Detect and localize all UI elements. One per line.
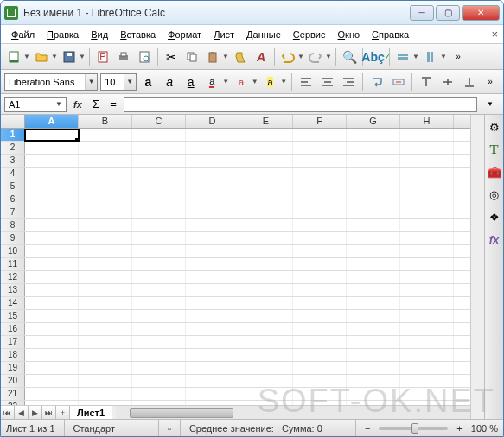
cell[interactable]: [400, 245, 454, 257]
tab-next-icon[interactable]: ▶: [29, 406, 42, 419]
redo-icon[interactable]: [306, 48, 325, 66]
cell[interactable]: [293, 362, 347, 374]
tab-prev-icon[interactable]: ◀: [15, 406, 29, 419]
cell[interactable]: [293, 180, 347, 193]
menu-справка[interactable]: Справка: [367, 28, 414, 41]
cell[interactable]: [347, 310, 400, 322]
font-name-combo[interactable]: Liberation Sans▼: [4, 73, 98, 91]
cell[interactable]: [186, 349, 239, 361]
zoom-slider[interactable]: [379, 427, 448, 430]
cell[interactable]: [239, 297, 293, 309]
sum-icon[interactable]: Σ: [89, 98, 103, 111]
row-header[interactable]: 4: [1, 168, 25, 180]
cell[interactable]: [132, 258, 186, 270]
cell[interactable]: [132, 336, 186, 348]
zoom-in-icon[interactable]: +: [456, 423, 462, 434]
menu-правка[interactable]: Правка: [41, 28, 84, 41]
cell[interactable]: [186, 258, 239, 270]
cell[interactable]: [132, 375, 186, 387]
font-color-icon[interactable]: a: [232, 73, 251, 92]
cell[interactable]: [347, 142, 400, 154]
cell[interactable]: [186, 362, 239, 374]
cell[interactable]: [79, 284, 132, 296]
cell[interactable]: [186, 375, 239, 387]
row-header[interactable]: 13: [1, 284, 25, 296]
underline-color-icon[interactable]: a: [203, 73, 222, 92]
effects-icon[interactable]: ❖: [488, 210, 501, 224]
cell[interactable]: [186, 310, 239, 322]
cell[interactable]: [186, 323, 239, 335]
cell[interactable]: [400, 310, 454, 322]
status-selection-mode[interactable]: ▫: [168, 420, 181, 436]
cell[interactable]: [293, 349, 347, 361]
tab-last-icon[interactable]: ⏭: [42, 406, 56, 419]
cell[interactable]: [400, 142, 454, 154]
cell[interactable]: [25, 155, 79, 167]
cell[interactable]: [400, 375, 454, 387]
row-header[interactable]: 11: [1, 258, 25, 270]
col-icon[interactable]: [421, 48, 440, 66]
cell[interactable]: [347, 258, 400, 270]
tab-add-icon[interactable]: +: [56, 406, 70, 419]
cell[interactable]: [239, 219, 293, 231]
cell[interactable]: [79, 271, 132, 283]
cell[interactable]: [25, 168, 79, 180]
cell[interactable]: [79, 297, 132, 309]
row-header[interactable]: 2: [1, 142, 25, 154]
menu-файл[interactable]: Файл: [6, 28, 40, 41]
hscrollbar[interactable]: [116, 406, 470, 419]
cell[interactable]: [79, 323, 132, 335]
cell[interactable]: [400, 297, 454, 309]
cell[interactable]: [79, 155, 132, 167]
cell[interactable]: [25, 284, 79, 296]
cell[interactable]: [186, 284, 239, 296]
cell[interactable]: [400, 180, 454, 193]
cell[interactable]: [347, 401, 400, 405]
cell[interactable]: [293, 155, 347, 167]
cell[interactable]: [400, 271, 454, 283]
cell[interactable]: [79, 168, 132, 180]
functions-icon[interactable]: fx: [488, 232, 501, 246]
cell[interactable]: [347, 155, 400, 167]
italic-icon[interactable]: a: [160, 73, 179, 92]
cell[interactable]: [239, 232, 293, 244]
name-box[interactable]: A1▼: [4, 97, 67, 112]
cell[interactable]: [347, 323, 400, 335]
row-header[interactable]: 6: [1, 193, 25, 206]
cell-grid[interactable]: 123456789101112131415161718192021222324: [1, 129, 470, 405]
cell[interactable]: [132, 310, 186, 322]
cell[interactable]: [132, 245, 186, 257]
zoom-out-icon[interactable]: −: [365, 423, 370, 434]
cell[interactable]: [239, 310, 293, 322]
cell[interactable]: [25, 336, 79, 348]
cell[interactable]: [293, 258, 347, 270]
cell[interactable]: [347, 180, 400, 193]
cell[interactable]: [400, 168, 454, 180]
cell[interactable]: [400, 388, 454, 400]
gallery-icon[interactable]: 🧰: [488, 165, 501, 179]
equals-icon[interactable]: =: [106, 98, 120, 111]
cell[interactable]: [79, 129, 132, 141]
formula-input[interactable]: [124, 97, 477, 112]
row-header[interactable]: 14: [1, 297, 25, 309]
cell[interactable]: [239, 401, 293, 405]
fx-icon[interactable]: fx: [70, 99, 86, 110]
cell[interactable]: [293, 232, 347, 244]
find-icon[interactable]: 🔍: [340, 48, 359, 66]
cell[interactable]: [400, 284, 454, 296]
row-header[interactable]: 16: [1, 323, 25, 335]
cell[interactable]: [132, 401, 186, 405]
spellcheck-icon[interactable]: Abç✓: [367, 48, 386, 66]
cell[interactable]: [25, 219, 79, 231]
cell[interactable]: [347, 336, 400, 348]
cell[interactable]: [293, 245, 347, 257]
cell[interactable]: [25, 258, 79, 270]
cell[interactable]: [347, 206, 400, 218]
cell[interactable]: [132, 362, 186, 374]
row-header[interactable]: 15: [1, 310, 25, 322]
navigator-icon[interactable]: ◎: [488, 187, 501, 201]
cell[interactable]: [239, 206, 293, 218]
menu-сервис[interactable]: Сервис: [288, 28, 331, 41]
cell[interactable]: [239, 245, 293, 257]
col-header-F[interactable]: F: [293, 115, 347, 128]
